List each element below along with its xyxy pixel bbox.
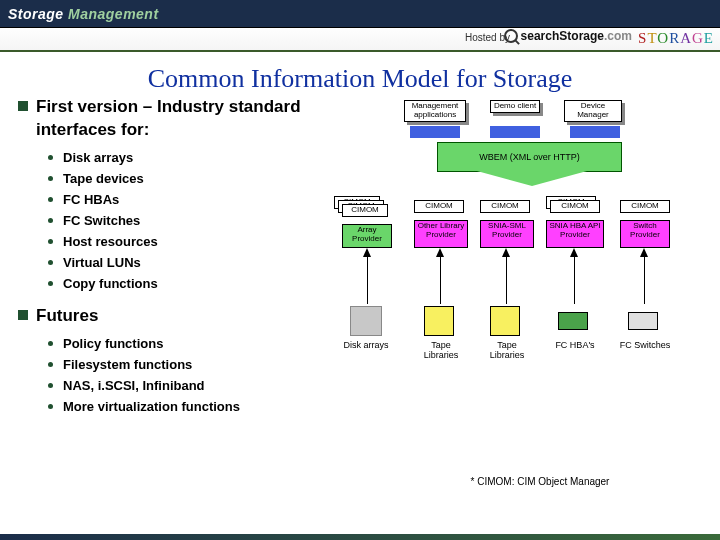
provider-box: Switch Provider bbox=[620, 220, 670, 248]
dot-bullet-icon bbox=[48, 281, 53, 286]
arrow-label: WBEM (XML over HTTP) bbox=[437, 142, 622, 172]
device-label: FC HBA's bbox=[548, 340, 602, 350]
dot-bullet-icon bbox=[48, 341, 53, 346]
dot-bullet-icon bbox=[48, 239, 53, 244]
page-title: Common Information Model for Storage bbox=[0, 64, 720, 94]
wbem-arrow: WBEM (XML over HTTP) bbox=[417, 142, 642, 188]
device-label: Disk arrays bbox=[336, 340, 396, 350]
arrow-up-icon bbox=[502, 248, 510, 257]
list-item-text: Host resources bbox=[63, 234, 158, 249]
square-bullet-icon bbox=[18, 310, 28, 320]
list-item-text: Policy functions bbox=[63, 336, 163, 351]
list-item-text: FC Switches bbox=[63, 213, 140, 228]
list-item: Copy functions bbox=[48, 276, 358, 291]
top-bar: Storage Management bbox=[0, 0, 720, 28]
dot-bullet-icon bbox=[48, 197, 53, 202]
provider-box: SNIA HBA API Provider bbox=[546, 220, 604, 248]
footnote: * CIMOM: CIM Object Manager bbox=[460, 476, 620, 488]
bottom-bar bbox=[0, 534, 720, 540]
list-item-text: Tape devices bbox=[63, 171, 144, 186]
arrow-up-icon bbox=[570, 248, 578, 257]
list-item: NAS, i.SCSI, Infiniband bbox=[48, 378, 358, 393]
square-bullet-icon bbox=[18, 101, 28, 111]
brand-word-a: Storage bbox=[8, 6, 64, 22]
switch-icon bbox=[628, 312, 658, 330]
architecture-diagram: Management applications Demo client Devi… bbox=[362, 100, 712, 460]
device-label: Tape Libraries bbox=[414, 340, 468, 360]
arrow-up-icon bbox=[436, 248, 444, 257]
arrow-up-icon bbox=[363, 248, 371, 257]
bullet-content: First version – Industry standard interf… bbox=[18, 96, 358, 428]
list-item-text: NAS, i.SCSI, Infiniband bbox=[63, 378, 205, 393]
dot-bullet-icon bbox=[48, 218, 53, 223]
cimom-box: CIMOM bbox=[414, 200, 464, 213]
search-brand-b: Storage bbox=[559, 29, 604, 43]
cimom-box: CIMOM bbox=[550, 200, 600, 213]
magnifier-icon bbox=[504, 29, 518, 43]
tape-library-icon bbox=[490, 306, 520, 336]
diagram-box: Management applications bbox=[404, 100, 466, 122]
hba-card-icon bbox=[558, 312, 588, 330]
brand-word-b: Management bbox=[68, 6, 159, 22]
provider-box: SNIA-SML Provider bbox=[480, 220, 534, 248]
server-icon bbox=[410, 126, 460, 138]
connector-line bbox=[440, 256, 441, 304]
dot-bullet-icon bbox=[48, 383, 53, 388]
section-heading: First version – Industry standard interf… bbox=[18, 96, 358, 142]
diagram-box: Device Manager bbox=[564, 100, 622, 122]
cimom-box: CIMOM bbox=[480, 200, 530, 213]
section-heading-text: Futures bbox=[36, 305, 98, 328]
search-brand-c: .com bbox=[604, 29, 632, 43]
section-heading-text: First version – Industry standard interf… bbox=[36, 96, 358, 142]
sub-list: Disk arrays Tape devices FC HBAs FC Swit… bbox=[48, 150, 358, 291]
list-item-text: Disk arrays bbox=[63, 150, 133, 165]
list-item: FC Switches bbox=[48, 213, 358, 228]
storage-color-logo: STORAGE bbox=[638, 30, 714, 47]
dot-bullet-icon bbox=[48, 404, 53, 409]
dot-bullet-icon bbox=[48, 362, 53, 367]
search-brand-a: search bbox=[521, 29, 560, 43]
section-heading: Futures bbox=[18, 305, 358, 328]
search-storage-logo: searchStorage.com bbox=[504, 29, 632, 43]
provider-box: Array Provider bbox=[342, 224, 392, 248]
cimom-box: CIMOM bbox=[342, 204, 388, 217]
disk-array-icon bbox=[350, 306, 382, 336]
list-item: More virtualization functions bbox=[48, 399, 358, 414]
device-label: FC Switches bbox=[614, 340, 676, 350]
list-item: Tape devices bbox=[48, 171, 358, 186]
dot-bullet-icon bbox=[48, 176, 53, 181]
cimom-box: CIMOM bbox=[620, 200, 670, 213]
server-icon bbox=[490, 126, 540, 138]
list-item-text: Copy functions bbox=[63, 276, 158, 291]
arrow-up-icon bbox=[640, 248, 648, 257]
connector-line bbox=[367, 256, 368, 304]
list-item: Filesystem functions bbox=[48, 357, 358, 372]
list-item-text: More virtualization functions bbox=[63, 399, 240, 414]
list-item: Policy functions bbox=[48, 336, 358, 351]
connector-line bbox=[506, 256, 507, 304]
server-icon bbox=[570, 126, 620, 138]
dot-bullet-icon bbox=[48, 260, 53, 265]
list-item: Virtual LUNs bbox=[48, 255, 358, 270]
diagram-box: Demo client bbox=[490, 100, 540, 113]
device-label: Tape Libraries bbox=[480, 340, 534, 360]
tape-library-icon bbox=[424, 306, 454, 336]
list-item: Disk arrays bbox=[48, 150, 358, 165]
list-item-text: Filesystem functions bbox=[63, 357, 192, 372]
list-item: Host resources bbox=[48, 234, 358, 249]
arrow-tip-icon bbox=[477, 171, 587, 186]
sub-list: Policy functions Filesystem functions NA… bbox=[48, 336, 358, 414]
list-item-text: FC HBAs bbox=[63, 192, 119, 207]
dot-bullet-icon bbox=[48, 155, 53, 160]
connector-line bbox=[644, 256, 645, 304]
list-item-text: Virtual LUNs bbox=[63, 255, 141, 270]
provider-box: Other Library Provider bbox=[414, 220, 468, 248]
list-item: FC HBAs bbox=[48, 192, 358, 207]
brand-logo: Storage Management bbox=[8, 6, 159, 22]
sub-bar: Hosted by searchStorage.com STORAGE bbox=[0, 28, 720, 52]
connector-line bbox=[574, 256, 575, 304]
